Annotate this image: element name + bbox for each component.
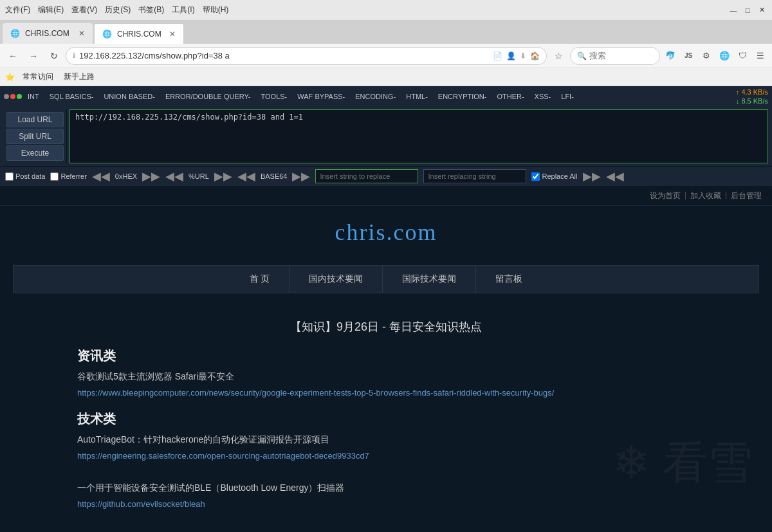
minimize-button[interactable]: —	[728, 5, 739, 15]
sqli-toolbar: INT SQL BASICS- UNION BASED- ERROR/DOUBL…	[0, 86, 772, 107]
extension-icon-4[interactable]: 🌐	[717, 48, 732, 64]
arrow-right-1: ▶▶	[142, 169, 160, 183]
bookmark-icon[interactable]: ☆	[549, 47, 567, 65]
menu-tools[interactable]: 工具(I)	[172, 5, 194, 15]
bookmarks-icon: ⭐	[5, 73, 15, 82]
menu-file[interactable]: 文件(F)	[5, 5, 30, 15]
search-input[interactable]	[589, 51, 653, 60]
nav-domestic[interactable]: 国内技术要闻	[290, 266, 383, 293]
sqli-dot-red	[10, 94, 15, 99]
sqli-waf[interactable]: WAF BYPASS-	[293, 91, 349, 102]
tab-1-close[interactable]: ✕	[78, 29, 85, 38]
post-data-checkbox[interactable]	[5, 172, 14, 181]
arrow-right-2: ▶▶	[214, 169, 232, 183]
url-input-row: Load URL Split URL Execute http://192.16…	[0, 107, 772, 167]
menu-icon[interactable]: ☰	[753, 48, 768, 64]
top-link-home[interactable]: 设为首页	[650, 190, 681, 201]
menu-help[interactable]: 帮助(H)	[203, 5, 229, 15]
sqli-tools[interactable]: TOOLS-	[257, 91, 292, 102]
article-link-2[interactable]: https://engineering.salesforce.com/open-…	[77, 451, 695, 461]
menu-edit[interactable]: 编辑(E)	[38, 5, 64, 15]
percent-label: %URL	[188, 172, 209, 180]
article-text-1: 谷歌测试5款主流浏览器 Safari最不安全	[77, 371, 695, 383]
website-content: 设为首页 | 加入收藏 | 后台管理 chris.com 首 页 国内技术要闻 …	[0, 187, 772, 532]
bookmark-newbie[interactable]: 新手上路	[61, 70, 97, 84]
sqli-other[interactable]: OTHER-	[492, 91, 528, 102]
nav-home[interactable]: 首 页	[230, 266, 290, 293]
extension-icon-1[interactable]: 🐬	[663, 48, 678, 64]
sqli-union[interactable]: UNION BASED-	[99, 91, 159, 102]
article-link-3[interactable]: https://github.com/evilsocket/bleah	[77, 499, 695, 509]
extension-icon-3[interactable]: ⚙	[699, 48, 714, 64]
article-text-3: 一个用于智能设备安全测试的BLE（Bluetooth Low Energy）扫描…	[77, 482, 695, 494]
url-textarea[interactable]: http://192.168.225.132/cms/show.php?id=3…	[69, 109, 768, 163]
replace-all-checkbox[interactable]	[531, 172, 540, 181]
article-title: 【知识】9月26日 - 每日安全知识热点	[77, 319, 695, 335]
speed-up: ↑ 4.3 KB/s	[736, 87, 768, 96]
title-bar: 文件(F) 编辑(E) 查看(V) 历史(S) 书签(B) 工具(I) 帮助(H…	[0, 0, 772, 21]
arrow-left-1: ◀◀	[92, 169, 110, 183]
back-button[interactable]: ←	[4, 47, 22, 65]
execute-button[interactable]: Execute	[6, 145, 64, 161]
referrer-checkbox[interactable]	[50, 172, 59, 181]
bookmark-frequent[interactable]: 常常访问	[20, 70, 56, 84]
section-title-2: 技术类	[77, 410, 695, 428]
base64-label: BASE64	[261, 172, 288, 180]
tab-1[interactable]: 🌐 CHRIS.COM ✕	[3, 23, 93, 44]
download-icon: ⬇	[520, 51, 526, 60]
website-nav: 首 页 国内技术要闻 国际技术要闻 留言板	[13, 265, 759, 293]
sqli-dot-green	[17, 94, 22, 99]
arrow-right-4: ▶▶	[583, 169, 601, 183]
sqli-lfi[interactable]: LFI-	[556, 91, 578, 102]
maximize-button[interactable]: □	[742, 5, 753, 15]
tab-2-favicon: 🌐	[102, 30, 112, 39]
forward-button[interactable]: →	[24, 47, 42, 65]
arrow-left-3: ◀◀	[237, 169, 255, 183]
insert-replacing-input[interactable]	[423, 169, 526, 183]
nav-international[interactable]: 国际技术要闻	[383, 266, 476, 293]
sqli-error[interactable]: ERROR/DOUBLE QUERY-	[161, 91, 255, 102]
page-icon2: 👤	[506, 51, 516, 60]
bookmark-newbie-label: 新手上路	[64, 71, 95, 82]
sqli-basics[interactable]: SQL BASICS-	[45, 91, 98, 102]
menu-bar[interactable]: 文件(F) 编辑(E) 查看(V) 历史(S) 书签(B) 工具(I) 帮助(H…	[5, 5, 228, 15]
split-url-button[interactable]: Split URL	[6, 129, 64, 144]
extension-icon-2[interactable]: JS	[681, 48, 696, 64]
close-button[interactable]: ✕	[757, 5, 767, 15]
sqli-encryption[interactable]: ENCRYPTION-	[434, 91, 492, 102]
tab-bar: 🌐 CHRIS.COM ✕ 🌐 CHRIS.COM ✕	[0, 21, 772, 44]
sidebar: Load URL Split URL Execute	[4, 109, 67, 163]
sqli-dot-gray	[4, 94, 9, 99]
post-data-label[interactable]: Post data	[5, 172, 45, 181]
speed-indicator: ↑ 4.3 KB/s ↓ 8.5 KB/s	[736, 87, 768, 106]
nav-guestbook[interactable]: 留言板	[476, 266, 542, 293]
website-top-bar: 设为首页 | 加入收藏 | 后台管理	[0, 187, 772, 206]
lock-icon: ℹ	[73, 51, 75, 60]
replace-all-label[interactable]: Replace All	[531, 172, 577, 181]
section-title-1: 资讯类	[77, 347, 695, 365]
reload-button[interactable]: ↻	[45, 47, 63, 65]
search-icon: 🔍	[577, 51, 587, 60]
tab-2-close[interactable]: ✕	[169, 30, 176, 39]
menu-history[interactable]: 历史(S)	[105, 5, 131, 15]
article-text-2: AutoTriageBot：针对hackerone的自动化验证漏洞报告开源项目	[77, 434, 695, 446]
extension-icon-5[interactable]: 🛡	[735, 48, 750, 64]
top-link-bookmark[interactable]: 加入收藏	[690, 190, 721, 201]
window-controls[interactable]: — □ ✕	[728, 5, 767, 15]
sqli-xss[interactable]: XSS-	[530, 91, 556, 102]
top-link-admin[interactable]: 后台管理	[731, 190, 762, 201]
menu-view[interactable]: 查看(V)	[71, 5, 97, 15]
load-url-button[interactable]: Load URL	[6, 112, 64, 127]
arrow-left-4: ◀◀	[606, 169, 624, 183]
referrer-label[interactable]: Referrer	[50, 172, 86, 181]
sqli-html[interactable]: HTML-	[401, 91, 432, 102]
article-link-1[interactable]: https://www.bleepingcomputer.com/news/se…	[77, 388, 695, 398]
tab-2[interactable]: 🌐 CHRIS.COM ✕	[94, 23, 184, 44]
sqli-int[interactable]: INT	[23, 91, 44, 102]
insert-replace-input[interactable]	[315, 169, 418, 183]
sqli-encoding[interactable]: ENCODING-	[351, 91, 400, 102]
menu-bookmarks[interactable]: 书签(B)	[138, 5, 164, 15]
address-bar: ← → ↻ ℹ 📄 👤 ⬇ 🏠 ☆ 🔍 🐬 JS ⚙ 🌐 🛡 ☰	[0, 44, 772, 68]
address-input[interactable]	[79, 51, 489, 60]
article-content: 【知识】9月26日 - 每日安全知识热点 资讯类 谷歌测试5款主流浏览器 Saf…	[0, 293, 772, 526]
